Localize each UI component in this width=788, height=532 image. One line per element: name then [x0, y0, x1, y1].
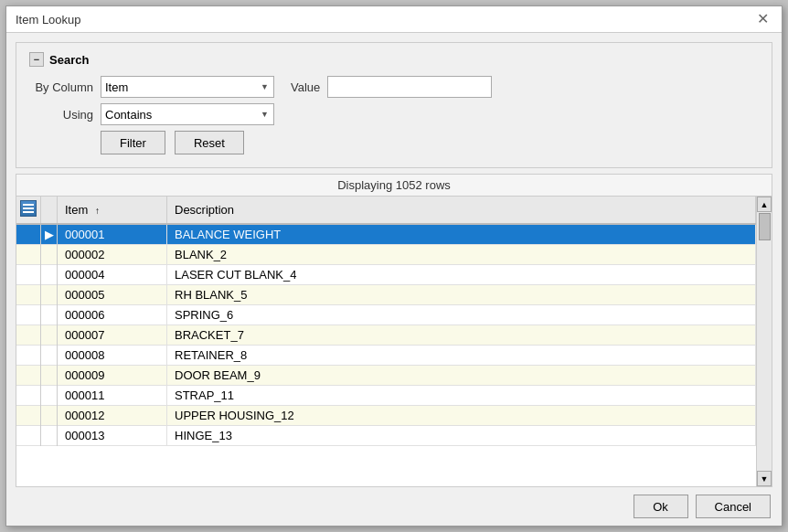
- scroll-down-arrow[interactable]: ▼: [757, 471, 772, 486]
- row-icon-cell: [16, 426, 41, 446]
- row-item: 000005: [58, 285, 167, 305]
- search-section: − Search By Column Item Description Code…: [16, 42, 772, 168]
- item-lookup-dialog: Item Lookup ✕ − Search By Column Item De…: [5, 5, 783, 527]
- row-item: 000004: [58, 265, 167, 285]
- row-item: 000011: [58, 386, 167, 406]
- row-description: BRACKET_7: [167, 325, 756, 346]
- row-indicator: [41, 265, 58, 285]
- row-description: BLANK_2: [167, 245, 756, 265]
- table-row[interactable]: 000004LASER CUT BLANK_4: [16, 265, 756, 285]
- row-icon-cell: [16, 245, 41, 265]
- row-item: 000001: [58, 224, 167, 245]
- table-row[interactable]: 000006SPRING_6: [16, 305, 756, 325]
- data-section: Displaying 1052 rows Item ↑: [16, 174, 772, 487]
- value-input[interactable]: [327, 76, 492, 98]
- scroll-track[interactable]: [757, 212, 772, 471]
- row-icon-cell: [16, 406, 41, 426]
- table-row[interactable]: 000008RETAINER_8: [16, 346, 756, 366]
- row-icon-cell: [16, 346, 41, 366]
- filter-button[interactable]: Filter: [101, 131, 165, 154]
- title-bar: Item Lookup ✕: [6, 6, 782, 33]
- th-item-label: Item: [65, 203, 88, 217]
- table-row[interactable]: ▶000001BALANCE WEIGHT: [16, 224, 756, 245]
- sort-arrow-icon: ↑: [95, 206, 100, 216]
- table-scroll[interactable]: Item ↑ Description ▶000001BALANCE WEIGHT…: [16, 197, 756, 486]
- ok-button[interactable]: Ok: [634, 495, 688, 518]
- row-description: DOOR BEAM_9: [167, 366, 756, 386]
- row-indicator: [41, 245, 58, 265]
- row-indicator: [41, 305, 58, 325]
- search-header: − Search: [29, 52, 759, 67]
- th-row-indicator: [41, 197, 58, 224]
- table-row[interactable]: 000005RH BLANK_5: [16, 285, 756, 305]
- row-indicator: [41, 325, 58, 346]
- th-description[interactable]: Description: [167, 197, 756, 224]
- dialog-title: Item Lookup: [16, 13, 81, 27]
- scroll-thumb[interactable]: [759, 213, 771, 240]
- row-item: 000009: [58, 366, 167, 386]
- row-description: LASER CUT BLANK_4: [167, 265, 756, 285]
- th-description-label: Description: [175, 203, 234, 217]
- row-item: 000008: [58, 346, 167, 366]
- row-icon-cell: [16, 285, 41, 305]
- using-label: Using: [29, 108, 93, 122]
- th-item[interactable]: Item ↑: [58, 197, 167, 224]
- table-header: Item ↑ Description: [16, 197, 756, 224]
- row-description: HINGE_13: [167, 426, 756, 446]
- row-indicator: [41, 386, 58, 406]
- row-indicator: [41, 346, 58, 366]
- row-icon-cell: [16, 265, 41, 285]
- row-description: STRAP_11: [167, 386, 756, 406]
- table-row[interactable]: 000007BRACKET_7: [16, 325, 756, 346]
- data-status: Displaying 1052 rows: [16, 175, 772, 197]
- row-indicator: [41, 406, 58, 426]
- table-row[interactable]: 000013HINGE_13: [16, 426, 756, 446]
- row-description: RH BLANK_5: [167, 285, 756, 305]
- table-body: ▶000001BALANCE WEIGHT000002BLANK_2000004…: [16, 224, 756, 446]
- table-wrapper: Item ↑ Description ▶000001BALANCE WEIGHT…: [16, 197, 772, 486]
- row-indicator: [41, 366, 58, 386]
- close-button[interactable]: ✕: [753, 12, 772, 27]
- row-indicator: [41, 426, 58, 446]
- th-icon: [16, 197, 41, 224]
- collapse-button[interactable]: −: [29, 52, 44, 67]
- row-description: BALANCE WEIGHT: [167, 224, 756, 245]
- row-item: 000007: [58, 325, 167, 346]
- table-icon: [20, 200, 37, 217]
- by-column-row: By Column Item Description Code Value: [29, 76, 759, 98]
- row-item: 000006: [58, 305, 167, 325]
- cancel-button[interactable]: Cancel: [696, 495, 771, 518]
- using-select[interactable]: Contains Starts With Equals: [101, 103, 274, 125]
- row-icon-cell: [16, 366, 41, 386]
- table-row[interactable]: 000011STRAP_11: [16, 386, 756, 406]
- row-item: 000012: [58, 406, 167, 426]
- row-icon-cell: [16, 386, 41, 406]
- row-description: UPPER HOUSING_12: [167, 406, 756, 426]
- filter-btn-row: Filter Reset: [101, 131, 759, 154]
- bottom-bar: Ok Cancel: [6, 487, 782, 526]
- row-icon-cell: [16, 325, 41, 346]
- by-column-label: By Column: [29, 80, 93, 94]
- table-row[interactable]: 000002BLANK_2: [16, 245, 756, 265]
- row-icon-cell: [16, 224, 41, 245]
- vertical-scrollbar[interactable]: ▲ ▼: [756, 197, 772, 486]
- using-row: Using Contains Starts With Equals: [29, 103, 759, 125]
- reset-button[interactable]: Reset: [175, 131, 244, 154]
- search-label: Search: [49, 53, 89, 67]
- using-select-wrapper: Contains Starts With Equals: [101, 103, 274, 125]
- column-select[interactable]: Item Description Code: [101, 76, 274, 98]
- row-item: 000002: [58, 245, 167, 265]
- scroll-up-arrow[interactable]: ▲: [757, 197, 772, 212]
- row-indicator: ▶: [41, 224, 58, 245]
- row-icon-cell: [16, 305, 41, 325]
- data-table: Item ↑ Description ▶000001BALANCE WEIGHT…: [16, 197, 756, 446]
- row-description: RETAINER_8: [167, 346, 756, 366]
- table-row[interactable]: 000009DOOR BEAM_9: [16, 366, 756, 386]
- row-item: 000013: [58, 426, 167, 446]
- table-row[interactable]: 000012UPPER HOUSING_12: [16, 406, 756, 426]
- value-label: Value: [291, 80, 320, 94]
- row-indicator: [41, 285, 58, 305]
- column-select-wrapper: Item Description Code: [101, 76, 274, 98]
- row-description: SPRING_6: [167, 305, 756, 325]
